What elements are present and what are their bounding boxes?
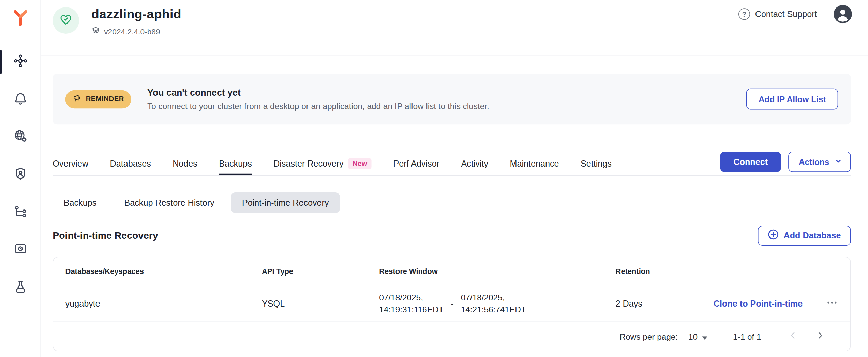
tab-backups[interactable]: Backups [219,152,252,175]
cluster-health-badge [53,7,79,34]
sidebar-item-labs[interactable] [0,276,41,300]
tab-perf-advisor[interactable]: Perf Advisor [393,152,439,175]
cluster-name: dazzling-aphid [91,6,181,21]
branch-icon [13,204,27,221]
new-badge: New [348,158,372,169]
add-database-button[interactable]: Add Database [758,226,851,245]
banner-text: You can't connect yet To connect to your… [147,88,489,111]
subtab-backups[interactable]: Backups [53,192,107,213]
subtab-backup-restore-history[interactable]: Backup Restore History [113,192,225,213]
column-header-databases: Databases/Keyspaces [65,267,262,275]
cell-database: yugabyte [65,298,262,308]
yugabyte-logo[interactable] [0,8,41,30]
pagination-range: 1-1 of 1 [733,331,761,341]
previous-page-button[interactable] [788,330,798,342]
chevron-left-icon [788,330,798,342]
sidebar-item-alerts[interactable] [0,88,41,112]
cluster-actions: Connect Actions [720,152,851,172]
sidebar-nav [0,50,41,300]
rows-per-page-label: Rows per page: [620,331,678,341]
sidebar-item-clusters[interactable] [0,50,41,74]
megaphone-icon [73,93,82,104]
header-right: ? Contact Support [738,5,852,24]
sidebar-item-monitoring[interactable] [0,238,41,262]
caret-down-icon [702,331,707,341]
tab-disaster-recovery[interactable]: Disaster Recovery New [273,152,372,175]
cell-actions: Clone to Point-in-time [688,296,838,310]
sidebar-item-security[interactable] [0,162,41,187]
cluster-tabs-row: Overview Databases Nodes Backups Disaste… [53,152,851,176]
next-page-button[interactable] [815,330,825,342]
chevron-down-icon [834,156,843,167]
globe-gear-icon [13,129,27,145]
cell-api-type: YSQL [262,298,379,308]
contact-support-label: Contact Support [755,9,817,19]
table-row: yugabyte YSQL 07/18/2025, 14:19:31:116ED… [53,285,850,322]
clone-to-point-in-time-link[interactable]: Clone to Point-in-time [714,298,803,308]
cluster-version: v2024.2.4.0-b89 [104,27,160,36]
sidebar-item-network-access[interactable] [0,125,41,149]
contact-support-button[interactable]: ? Contact Support [738,8,817,20]
pitr-section-head: Point-in-time Recovery Add Database [53,226,851,245]
backups-subtabs: Backups Backup Restore History Point-in-… [53,192,851,213]
table-header-row: Databases/Keyspaces API Type Restore Win… [53,257,850,285]
heart-check-icon [59,13,73,28]
yugabyte-logo-icon [11,9,29,29]
reminder-pill-label: REMINDER [86,95,124,103]
cluster-network-icon [13,53,27,70]
help-icon: ? [738,8,750,20]
tab-maintenance[interactable]: Maintenance [510,152,559,175]
layers-icon [91,26,100,36]
tab-overview[interactable]: Overview [53,152,88,175]
restore-window-end: 07/18/2025, 14:21:56:741EDT [461,291,526,315]
banner-title: You can't connect yet [147,88,489,98]
tab-settings[interactable]: Settings [581,152,612,175]
cluster-header: dazzling-aphid v2024.2.4.0-b89 ? Contact… [41,0,868,55]
row-menu-button[interactable] [826,296,838,310]
add-ip-allow-list-button[interactable]: Add IP Allow List [746,89,838,110]
sidebar [0,0,41,357]
reminder-banner: REMINDER You can't connect yet To connec… [53,74,851,124]
tab-activity[interactable]: Activity [461,152,488,175]
connect-button[interactable]: Connect [720,152,781,172]
sidebar-item-integrations[interactable] [0,200,41,224]
restore-window-separator: - [451,297,453,309]
column-header-api-type: API Type [262,267,379,275]
app-window: dazzling-aphid v2024.2.4.0-b89 ? Contact… [0,0,868,357]
actions-button[interactable]: Actions [788,152,851,172]
chevron-right-icon [815,330,825,342]
subtab-point-in-time-recovery[interactable]: Point-in-time Recovery [231,192,340,213]
pitr-table-card: Databases/Keyspaces API Type Restore Win… [53,257,851,351]
column-header-restore-window: Restore Window [379,267,615,275]
tab-databases[interactable]: Databases [110,152,151,175]
rows-per-page-select[interactable]: 10 [688,331,707,341]
table-pagination: Rows per page: 10 1-1 of 1 [53,322,850,351]
ellipsis-icon [826,296,838,310]
restore-window-start: 07/18/2025, 14:19:31:116EDT [379,291,444,315]
flask-icon [13,279,27,296]
cluster-version-row: v2024.2.4.0-b89 [91,26,181,36]
main-content: dazzling-aphid v2024.2.4.0-b89 ? Contact… [41,0,868,357]
cluster-tabs: Overview Databases Nodes Backups Disaste… [53,152,612,175]
cell-retention: 2 Days [616,298,688,308]
tab-nodes[interactable]: Nodes [173,152,197,175]
user-avatar[interactable] [834,5,852,24]
column-header-retention: Retention [616,267,688,275]
plus-circle-icon [767,229,778,242]
cluster-title-block: dazzling-aphid v2024.2.4.0-b89 [91,6,181,36]
cell-restore-window: 07/18/2025, 14:19:31:116EDT - 07/18/2025… [379,291,615,315]
reminder-pill: REMINDER [65,90,131,108]
monitor-icon [13,242,27,259]
bell-icon [13,91,27,108]
page-title: Point-in-time Recovery [53,230,158,242]
banner-subtitle: To connect to your cluster from a deskto… [147,101,489,111]
shield-user-icon [13,167,27,183]
